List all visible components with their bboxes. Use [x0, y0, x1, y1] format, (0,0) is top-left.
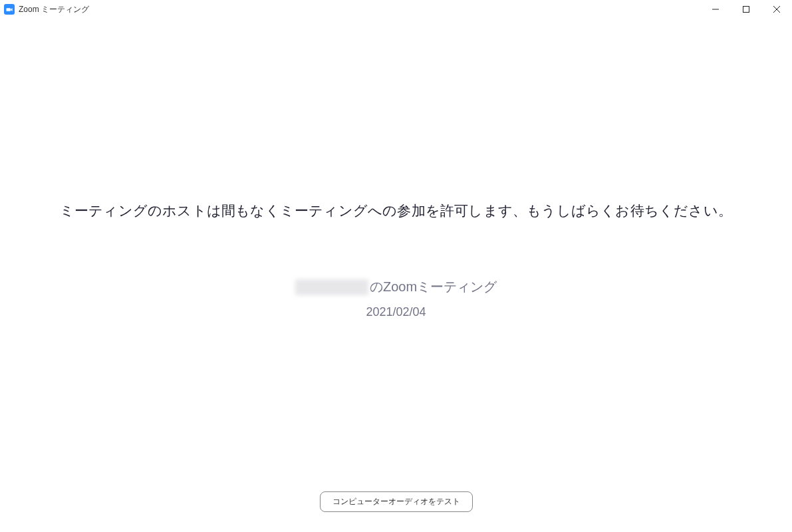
meeting-info: のZoomミーティング 2021/02/04 [0, 278, 792, 319]
close-button[interactable] [761, 0, 792, 19]
minimize-button[interactable] [700, 0, 731, 19]
minimize-icon [712, 6, 719, 13]
maximize-icon [743, 6, 749, 13]
close-icon [773, 6, 780, 13]
maximize-button[interactable] [731, 0, 761, 19]
host-name-redacted [295, 279, 368, 295]
window-controls [700, 0, 792, 19]
footer-bar: コンピューターオーディオをテスト [0, 491, 792, 512]
svg-rect-1 [743, 7, 749, 13]
content-area: ミーティングのホストは間もなくミーティングへの参加を許可します、もうしばらくお待… [0, 19, 792, 532]
waiting-room-message: ミーティングのホストは間もなくミーティングへの参加を許可します、もうしばらくお待… [0, 201, 792, 220]
meeting-title-suffix: のZoomミーティング [370, 278, 497, 296]
titlebar-left: Zoom ミーティング [4, 4, 89, 15]
meeting-title: のZoomミーティング [0, 278, 792, 296]
zoom-app-icon [4, 4, 15, 15]
test-computer-audio-button[interactable]: コンピューターオーディオをテスト [320, 491, 473, 512]
window-title: Zoom ミーティング [19, 4, 89, 15]
meeting-date: 2021/02/04 [0, 305, 792, 319]
titlebar: Zoom ミーティング [0, 0, 792, 19]
